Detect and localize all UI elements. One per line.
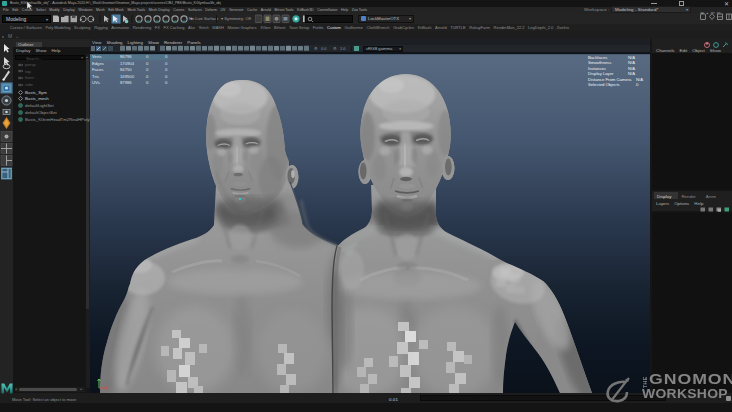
svg-text:⚙: ⚙ bbox=[314, 46, 318, 51]
svg-text:⚙: ⚙ bbox=[333, 46, 337, 51]
svg-text:1.0: 1.0 bbox=[340, 46, 346, 51]
svg-text:0.0: 0.0 bbox=[321, 46, 327, 51]
